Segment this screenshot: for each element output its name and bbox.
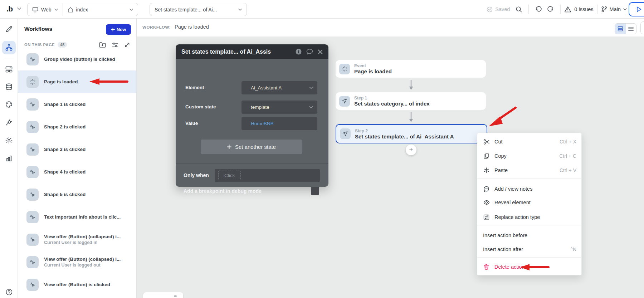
platform-page-combo: Web index	[27, 3, 138, 16]
action-properties-modal: Set states template... of Ai_Assis Eleme…	[176, 44, 328, 187]
context-menu-item-delete[interactable]: Delete action	[477, 260, 582, 274]
workflow-selector-dropdown[interactable]: Set states template... of Ai...	[150, 3, 247, 16]
help-icon[interactable]	[2, 285, 16, 298]
workflow-list-item[interactable]: Text Important info about is clic...	[18, 206, 137, 228]
workflow-icon[interactable]	[2, 41, 16, 54]
pencil-icon[interactable]	[2, 22, 16, 36]
workflow-list-item[interactable]: View offer (Button) (collapsed) i... Cur…	[18, 251, 137, 273]
flow-event-card[interactable]: Event Page is loaded	[336, 60, 486, 78]
workflow-list-item[interactable]: Group video (button) is clicked	[18, 48, 137, 70]
issues-label: 0 issues	[574, 6, 593, 12]
bottom-toolbar-partial[interactable]	[143, 292, 183, 298]
plugin-icon[interactable]	[2, 116, 16, 129]
flow-card-kind: Step 2	[355, 128, 454, 133]
custom-state-dropdown[interactable]: template	[241, 101, 317, 114]
workflow-list-item[interactable]: Shape 4 is clicked	[18, 161, 137, 183]
chevron-down-icon	[309, 87, 313, 89]
flow-step1-card[interactable]: Step 1 Set states category... of index	[336, 92, 486, 110]
undo-icon[interactable]	[532, 3, 545, 15]
canvas-header: WORKFLOW: Page is loaded	[137, 19, 644, 36]
edge-tool-button[interactable]	[640, 21, 644, 34]
modal-header[interactable]: Set states template... of Ai_Assis	[176, 44, 328, 59]
context-menu-item-reveal[interactable]: Reveal element	[477, 195, 582, 210]
trash-icon	[483, 264, 490, 270]
comment-icon[interactable]	[306, 49, 313, 55]
workflow-list-item[interactable]: Shape 1 is clicked	[18, 93, 137, 116]
context-menu-item-paste[interactable]: Paste Ctrl + V	[477, 163, 582, 177]
filter-icon[interactable]	[112, 42, 118, 48]
flow-card-title: Set states template... of Ai_Assistant A	[355, 133, 454, 140]
element-dropdown[interactable]: Ai_Assistant A	[241, 81, 317, 94]
value-input[interactable]: HomeBNB	[241, 117, 317, 130]
chevron-down-icon	[309, 106, 313, 108]
value-field-label: Value	[185, 121, 198, 126]
eye-icon	[483, 200, 490, 205]
click-event-icon	[26, 256, 39, 268]
add-step-button[interactable]: +	[406, 145, 416, 155]
click-event-icon	[26, 53, 39, 65]
logo-chevron-down-icon[interactable]	[17, 8, 21, 10]
page-load-icon	[339, 64, 350, 74]
only-when-placeholder[interactable]: Click	[218, 171, 241, 180]
click-event-icon	[26, 98, 39, 111]
platform-dropdown[interactable]: Web	[28, 3, 63, 16]
bubble-logo[interactable]: .b	[6, 5, 13, 13]
list-view-icon[interactable]	[626, 24, 636, 34]
branch-icon	[601, 6, 607, 13]
scissors-icon	[483, 139, 490, 145]
workflow-condition-sublabel: Current User is logged out	[44, 263, 121, 268]
branch-selector[interactable]: Main	[601, 6, 627, 13]
click-event-icon	[26, 211, 39, 223]
home-icon	[68, 7, 73, 13]
context-menu-item-replace[interactable]: Replace action type	[477, 210, 582, 224]
chevron-down-icon	[130, 9, 133, 11]
context-menu-item-cut[interactable]: Cut Ctrl + X	[477, 135, 582, 149]
page-load-icon	[26, 76, 39, 88]
play-icon	[636, 6, 642, 13]
modal-body: Element Ai_Assistant A Custom state temp…	[176, 59, 328, 187]
page-dropdown[interactable]: index	[63, 3, 138, 16]
view-toggle	[615, 23, 636, 34]
click-event-icon	[26, 234, 39, 246]
chart-icon[interactable]	[2, 151, 16, 165]
gear-icon[interactable]	[2, 133, 16, 147]
workflow-crumb-value: Page is loaded	[175, 24, 209, 30]
palette-icon[interactable]	[2, 98, 16, 111]
close-icon[interactable]	[318, 49, 323, 54]
new-workflow-button[interactable]: New	[106, 24, 131, 35]
redo-icon[interactable]	[545, 3, 557, 15]
issues-indicator[interactable]: 0 issues	[564, 6, 593, 13]
flow-card-title: Set states category... of index	[354, 101, 430, 107]
note-icon	[483, 186, 490, 192]
set-another-state-button[interactable]: Set another state	[201, 140, 302, 154]
workflow-list-item[interactable]: Shape 5 is clicked	[18, 183, 137, 206]
workflow-crumb-label: WORKFLOW:	[142, 25, 171, 29]
components-icon[interactable]	[2, 63, 16, 76]
workflow-list-item[interactable]: View offer (Button) is clicked	[18, 273, 137, 296]
cards-view-icon[interactable]	[615, 24, 626, 34]
on-this-page-label: ON THIS PAGE	[24, 43, 55, 47]
info-icon[interactable]	[296, 49, 302, 55]
folder-plus-icon[interactable]	[99, 42, 106, 48]
workflow-list-item[interactable]: View offer (Button) (collapsed) i... Cur…	[18, 228, 137, 251]
preview-play-button[interactable]	[629, 2, 644, 16]
only-when-input[interactable]: Click	[215, 169, 320, 182]
workflow-list-item[interactable]: Shape 2 is clicked	[18, 116, 137, 138]
plus-icon	[111, 28, 115, 31]
database-icon[interactable]	[2, 80, 16, 94]
context-menu-item-insert-after[interactable]: Insert action after ^N	[477, 242, 582, 257]
context-menu-item-insert-before[interactable]: Insert action before	[477, 228, 582, 243]
flow-step2-card-selected[interactable]: Step 2 Set states template... of Ai_Assi…	[336, 124, 487, 143]
workflow-list-item-selected[interactable]: Page is loaded	[18, 70, 137, 93]
paste-icon	[483, 167, 490, 173]
monitor-icon	[32, 7, 38, 13]
click-event-icon	[26, 166, 39, 178]
chevron-down-icon	[54, 9, 58, 11]
expand-icon[interactable]	[124, 42, 130, 48]
chevron-down-icon	[238, 9, 242, 11]
search-icon[interactable]	[513, 3, 525, 15]
workflow-list-item[interactable]: Shape 3 is clicked	[18, 138, 137, 161]
context-menu-item-notes[interactable]: Add / view notes	[477, 182, 582, 196]
breakpoint-checkbox[interactable]	[311, 187, 319, 195]
context-menu-item-copy[interactable]: Copy Ctrl + C	[477, 149, 582, 163]
